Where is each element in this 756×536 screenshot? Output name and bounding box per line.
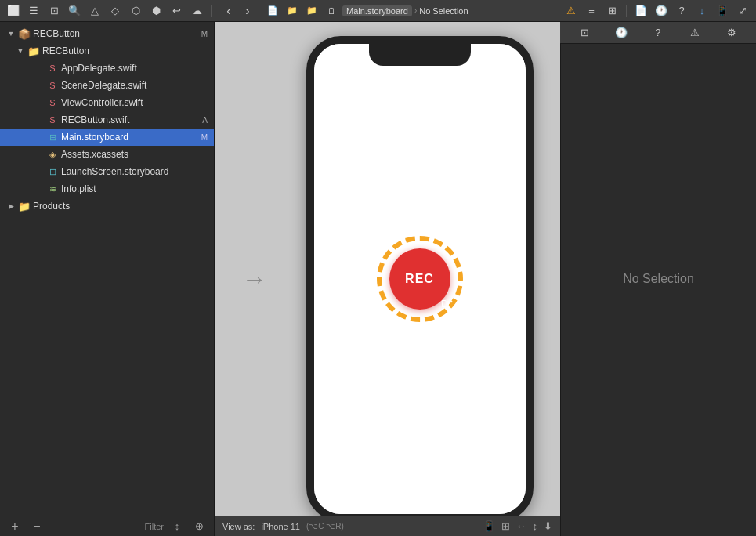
toolbar-expand-icon[interactable]: ⤢ bbox=[734, 2, 751, 20]
swift-icon-3: S bbox=[46, 97, 59, 108]
breadcrumb-sep-1: › bbox=[414, 6, 417, 15]
toolbar-warning-icon[interactable]: ⚠ bbox=[562, 2, 580, 20]
sidebar-sort-button[interactable]: ↕ bbox=[168, 518, 186, 535]
rec-button[interactable]: REC ☞ bbox=[389, 248, 450, 310]
filter-label: Filter bbox=[145, 522, 164, 531]
toolbar-download-icon[interactable]: ↓ bbox=[693, 2, 711, 20]
view-as-shortcut: (⌥C ⌥R) bbox=[306, 522, 344, 531]
disclosure-icon-2: ▼ bbox=[16, 46, 25, 56]
editor-bottom-icon-4[interactable]: ↕ bbox=[533, 520, 538, 532]
infoplist-label: Info.plist bbox=[61, 183, 208, 194]
appdelegate-label: AppDelegate.swift bbox=[61, 63, 208, 74]
folder-icon-2: 📁 bbox=[27, 45, 40, 56]
arrow-right: → bbox=[242, 265, 267, 294]
main-content: ▼ 📦 RECButton M ▼ 📁 RECButton S AppDeleg… bbox=[0, 22, 756, 536]
toolbar-nav: ‹ › bbox=[220, 2, 256, 20]
sidebar-item-products[interactable]: ▶ 📁 Products bbox=[0, 197, 214, 215]
breadcrumb: 📄 📁 📁 🗒 Main.storyboard › No Selection bbox=[264, 2, 468, 20]
plist-icon: ≋ bbox=[46, 183, 59, 194]
toolbar-icon-5[interactable]: △ bbox=[86, 2, 103, 20]
toolbar-icon-3[interactable]: ⊡ bbox=[45, 2, 63, 20]
toolbar-add-file-icon[interactable]: 📄 bbox=[632, 2, 649, 20]
breadcrumb-item-file[interactable]: Main.storyboard bbox=[342, 5, 412, 16]
iphone-container: → REC ☞ bbox=[242, 36, 534, 522]
nav-forward-button[interactable]: › bbox=[239, 2, 256, 20]
toolbar-icon-10[interactable]: ☁ bbox=[188, 2, 205, 20]
storyboard-icon-2: ⊟ bbox=[46, 132, 59, 143]
toolbar-clock-icon[interactable]: 🕐 bbox=[653, 2, 670, 20]
file-icon: 📄 bbox=[264, 2, 281, 20]
nav-back-button[interactable]: ‹ bbox=[220, 2, 237, 20]
toolbar-icon-8[interactable]: ⬢ bbox=[147, 2, 165, 20]
sidebar-item-launchscreen[interactable]: ⊟ LaunchScreen.storyboard bbox=[0, 163, 214, 180]
scenedelegate-label: SceneDelegate.swift bbox=[61, 80, 208, 91]
sidebar-item-recbutton[interactable]: S RECButton.swift A bbox=[0, 111, 214, 129]
editor-bottom-icon-2[interactable]: ⊞ bbox=[501, 520, 510, 532]
sidebar-add-button[interactable]: + bbox=[6, 518, 24, 535]
sidebar-item-appdelegate[interactable]: S AppDelegate.swift bbox=[0, 60, 214, 77]
toolbar-icon-1[interactable]: ⬜ bbox=[5, 2, 22, 20]
disclosure-icon-3: ▶ bbox=[6, 201, 16, 211]
top-toolbar: ⬜ ☰ ⊡ 🔍 △ ◇ ⬡ ⬢ ↩ ☁ ‹ › 📄 📁 📁 🗒 Main.sto… bbox=[0, 0, 756, 22]
sidebar-item-assets[interactable]: ◈ Assets.xcassets bbox=[0, 146, 214, 163]
swift-icon-4: S bbox=[46, 114, 59, 125]
editor-bottom-bar: View as: iPhone 11 (⌥C ⌥R) 📱 ⊞ ↔ ↕ ⬇ bbox=[215, 516, 560, 536]
iphone-notch bbox=[369, 44, 471, 66]
right-inspector-panel: ⊡ 🕐 ? ⚠ ⚙ No Selection bbox=[560, 22, 756, 536]
sidebar-item-scenedelegate[interactable]: S SceneDelegate.swift bbox=[0, 77, 214, 94]
sidebar-item-root-group[interactable]: ▼ 📦 RECButton M bbox=[0, 25, 214, 42]
toolbar-divider-1 bbox=[211, 5, 212, 17]
toolbar-icon-7[interactable]: ⬡ bbox=[127, 2, 144, 20]
iphone-frame: REC ☞ bbox=[306, 36, 534, 522]
editor-bottom-icon-5[interactable]: ⬇ bbox=[544, 520, 552, 532]
inspector-toolbar: ⊡ 🕐 ? ⚠ ⚙ bbox=[560, 22, 756, 44]
toolbar-help-icon[interactable]: ? bbox=[673, 2, 690, 20]
sidebar-item-root-folder[interactable]: ▼ 📁 RECButton bbox=[0, 42, 214, 60]
inspector-icon-5[interactable]: ⚙ bbox=[723, 24, 740, 42]
root-folder-label: RECButton bbox=[42, 45, 208, 56]
sidebar-minus-button[interactable]: − bbox=[28, 518, 45, 535]
swift-icon-2: S bbox=[46, 80, 59, 91]
xcassets-icon: ◈ bbox=[46, 149, 59, 160]
swift-icon-1: S bbox=[46, 63, 59, 74]
breadcrumb-no-selection: No Selection bbox=[419, 6, 468, 16]
root-group-label: RECButton bbox=[33, 28, 199, 39]
inspector-icon-1[interactable]: ⊡ bbox=[576, 24, 593, 42]
storyboard-icon-3: ⊟ bbox=[46, 166, 59, 177]
disclosure-icon: ▼ bbox=[6, 29, 16, 38]
products-folder-icon: 📁 bbox=[18, 201, 31, 212]
sidebar-item-viewcontroller[interactable]: S ViewController.swift bbox=[0, 94, 214, 111]
editor-bottom-icon-3[interactable]: ↔ bbox=[516, 520, 526, 532]
no-selection-label: No Selection bbox=[623, 272, 694, 286]
toolbar-list-icon[interactable]: ≡ bbox=[583, 2, 600, 20]
toolbar-device-icon[interactable]: 📱 bbox=[714, 2, 731, 20]
rec-button-wrapper: REC ☞ bbox=[389, 248, 450, 310]
main-storyboard-label: Main.storyboard bbox=[61, 132, 199, 143]
inspector-icon-4[interactable]: ⚠ bbox=[686, 24, 704, 42]
toolbar-divider-2 bbox=[626, 5, 627, 17]
toolbar-icon-2[interactable]: ☰ bbox=[25, 2, 42, 20]
rec-button-label: REC bbox=[405, 272, 434, 286]
sidebar-item-infoplist[interactable]: ≋ Info.plist bbox=[0, 180, 214, 197]
toolbar-icon-9[interactable]: ↩ bbox=[168, 2, 185, 20]
toolbar-right: ⚠ ≡ ⊞ 📄 🕐 ? ↓ 📱 ⤢ bbox=[562, 2, 751, 20]
toolbar-grid-icon[interactable]: ⊞ bbox=[603, 2, 620, 20]
cursor-hand: ☞ bbox=[440, 295, 454, 313]
sidebar-bottom: + − Filter ↕ ⊕ bbox=[0, 516, 214, 536]
folder2-icon: 📁 bbox=[303, 2, 320, 20]
assets-label: Assets.xcassets bbox=[61, 149, 208, 160]
editor-bottom-icon-1[interactable]: 📱 bbox=[483, 520, 495, 532]
toolbar-icon-4[interactable]: 🔍 bbox=[66, 2, 83, 20]
products-label: Products bbox=[33, 201, 208, 212]
launchscreen-label: LaunchScreen.storyboard bbox=[61, 166, 208, 177]
sidebar-item-main-storyboard[interactable]: ⊟ Main.storyboard M bbox=[0, 129, 214, 146]
storyboard-icon: 🗒 bbox=[323, 2, 340, 20]
breadcrumb-file-label: Main.storyboard bbox=[342, 5, 412, 16]
sidebar: ▼ 📦 RECButton M ▼ 📁 RECButton S AppDeleg… bbox=[0, 22, 215, 536]
sidebar-filter-button[interactable]: ⊕ bbox=[190, 518, 208, 535]
toolbar-icon-6[interactable]: ◇ bbox=[107, 2, 124, 20]
inspector-icon-3[interactable]: ? bbox=[649, 24, 667, 42]
inspector-icon-2[interactable]: 🕐 bbox=[613, 24, 630, 42]
group-folder-icon: 📦 bbox=[18, 28, 31, 39]
recbutton-label: RECButton.swift bbox=[61, 114, 200, 125]
